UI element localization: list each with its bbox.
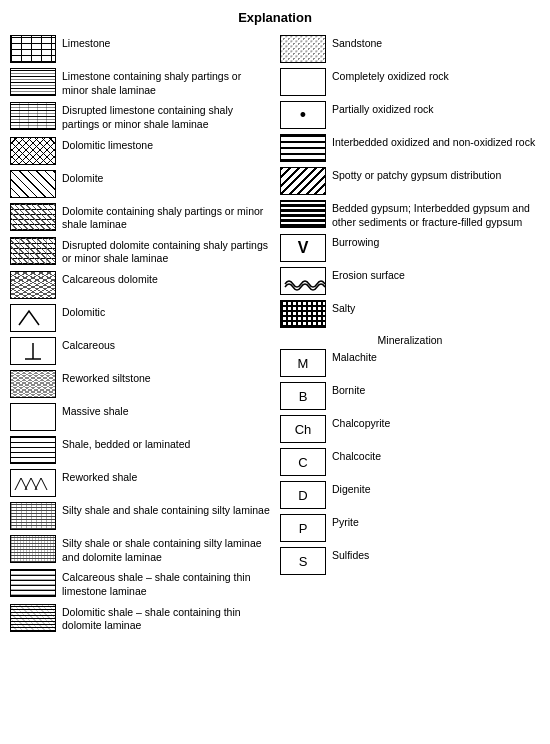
list-item: M Malachite bbox=[280, 349, 540, 377]
dolomite-shaly-label: Dolomite containing shaly partings or mi… bbox=[62, 203, 270, 232]
dot-icon: • bbox=[300, 106, 306, 124]
sulfides-symbol: S bbox=[280, 547, 326, 575]
reworked-siltstone-label: Reworked siltstone bbox=[62, 370, 270, 386]
shale-bedded-label: Shale, bedded or laminated bbox=[62, 436, 270, 452]
digenite-symbol: D bbox=[280, 481, 326, 509]
list-item: Dolomitic limestone bbox=[10, 137, 270, 165]
list-item: C Chalcocite bbox=[280, 448, 540, 476]
dolomite-symbol bbox=[10, 170, 56, 198]
reworked-shale-symbol bbox=[10, 469, 56, 497]
right-column: Sandstone Completely oxidized rock • Par… bbox=[280, 35, 540, 638]
malachite-label: Malachite bbox=[332, 349, 540, 365]
limestone-label: Limestone bbox=[62, 35, 270, 51]
burrowing-label: Burrowing bbox=[332, 234, 540, 250]
list-item: S Sulfides bbox=[280, 547, 540, 575]
dolomitic-limestone-symbol bbox=[10, 137, 56, 165]
mineralization-header: Mineralization bbox=[280, 334, 540, 346]
dolomitic-sym-symbol bbox=[10, 304, 56, 332]
V-icon: V bbox=[298, 239, 309, 257]
limestone-symbol bbox=[10, 35, 56, 63]
sandstone-label: Sandstone bbox=[332, 35, 540, 51]
gypsum-spotty-symbol bbox=[280, 167, 326, 195]
calcareous-dolomite-label: Calcareous dolomite bbox=[62, 271, 270, 287]
list-item: Dolomitic shale – shale containing thin … bbox=[10, 604, 270, 633]
left-column: Limestone Limestone containing shaly par… bbox=[10, 35, 270, 638]
list-item: Shale, bedded or laminated bbox=[10, 436, 270, 464]
silty-shale-symbol bbox=[10, 502, 56, 530]
list-item: Silty shale and shale containing silty l… bbox=[10, 502, 270, 530]
disrupted-dolomite-label: Disrupted dolomite containing shaly part… bbox=[62, 237, 270, 266]
burrowing-symbol: V bbox=[280, 234, 326, 262]
disrupted-dolomite-symbol bbox=[10, 237, 56, 265]
dolomitic-sym-label: Dolomitic bbox=[62, 304, 270, 320]
list-item: P Pyrite bbox=[280, 514, 540, 542]
list-item: • Partially oxidized rock bbox=[280, 101, 540, 129]
pyrite-symbol: P bbox=[280, 514, 326, 542]
angle-icon bbox=[11, 305, 55, 331]
interbedded-symbol bbox=[280, 134, 326, 162]
limestone-shaly-symbol bbox=[10, 68, 56, 96]
oxidized-partial-label: Partially oxidized rock bbox=[332, 101, 540, 117]
bedded-gypsum-label: Bedded gypsum; Interbedded gypsum and ot… bbox=[332, 200, 540, 229]
calcareous-sym-symbol bbox=[10, 337, 56, 365]
calcareous-shale-symbol bbox=[10, 569, 56, 597]
bornite-label: Bornite bbox=[332, 382, 540, 398]
sulfides-label: Sulfides bbox=[332, 547, 540, 563]
bedded-gypsum-symbol bbox=[280, 200, 326, 228]
interbedded-label: Interbedded oxidized and non-oxidized ro… bbox=[332, 134, 540, 150]
disrupted-limestone-label: Disrupted limestone containing shaly par… bbox=[62, 102, 270, 131]
chalcocite-symbol: C bbox=[280, 448, 326, 476]
dolomitic-shale-label: Dolomitic shale – shale containing thin … bbox=[62, 604, 270, 633]
reworked-siltstone-symbol bbox=[10, 370, 56, 398]
calcareous-dolomite-symbol bbox=[10, 271, 56, 299]
reworked-shale-label: Reworked shale bbox=[62, 469, 270, 485]
erosion-symbol bbox=[280, 267, 326, 295]
erosion-label: Erosion surface bbox=[332, 267, 540, 283]
oxidized-partial-symbol: • bbox=[280, 101, 326, 129]
list-item: V Burrowing bbox=[280, 234, 540, 262]
list-item: D Digenite bbox=[280, 481, 540, 509]
list-item: Dolomitic bbox=[10, 304, 270, 332]
digenite-label: Digenite bbox=[332, 481, 540, 497]
list-item: B Bornite bbox=[280, 382, 540, 410]
salty-label: Salty bbox=[332, 300, 540, 316]
list-item: Spotty or patchy gypsum distribution bbox=[280, 167, 540, 195]
bornite-symbol: B bbox=[280, 382, 326, 410]
oxidized-complete-label: Completely oxidized rock bbox=[332, 68, 540, 84]
list-item: Interbedded oxidized and non-oxidized ro… bbox=[280, 134, 540, 162]
massive-shale-label: Massive shale bbox=[62, 403, 270, 419]
oxidized-complete-symbol bbox=[280, 68, 326, 96]
malachite-symbol: M bbox=[280, 349, 326, 377]
chalcopyrite-symbol: Ch bbox=[280, 415, 326, 443]
gypsum-spotty-label: Spotty or patchy gypsum distribution bbox=[332, 167, 540, 183]
list-item: Limestone bbox=[10, 35, 270, 63]
list-item: Disrupted dolomite containing shaly part… bbox=[10, 237, 270, 266]
list-item: Dolomite bbox=[10, 170, 270, 198]
list-item: Calcareous dolomite bbox=[10, 271, 270, 299]
list-item: Massive shale bbox=[10, 403, 270, 431]
silty-shale-label: Silty shale and shale containing silty l… bbox=[62, 502, 270, 518]
massive-shale-symbol bbox=[10, 403, 56, 431]
list-item: Sandstone bbox=[280, 35, 540, 63]
chalcopyrite-label: Chalcopyrite bbox=[332, 415, 540, 431]
silty-shale2-symbol bbox=[10, 535, 56, 563]
wave-icon bbox=[281, 268, 325, 294]
list-item: Limestone containing shaly partings or m… bbox=[10, 68, 270, 97]
title: Explanation bbox=[10, 10, 540, 25]
dolomitic-limestone-label: Dolomitic limestone bbox=[62, 137, 270, 153]
list-item: Salty bbox=[280, 300, 540, 328]
dolomite-shaly-symbol bbox=[10, 203, 56, 231]
calcareous-sym-label: Calcareous bbox=[62, 337, 270, 353]
pyrite-label: Pyrite bbox=[332, 514, 540, 530]
shale-bedded-symbol bbox=[10, 436, 56, 464]
list-item: Calcareous bbox=[10, 337, 270, 365]
list-item: Calcareous shale – shale containing thin… bbox=[10, 569, 270, 598]
chalcocite-label: Chalcocite bbox=[332, 448, 540, 464]
list-item: Erosion surface bbox=[280, 267, 540, 295]
calcareous-shale-label: Calcareous shale – shale containing thin… bbox=[62, 569, 270, 598]
list-item: Reworked shale bbox=[10, 469, 270, 497]
list-item: Bedded gypsum; Interbedded gypsum and ot… bbox=[280, 200, 540, 229]
disrupted-limestone-symbol bbox=[10, 102, 56, 130]
list-item: Reworked siltstone bbox=[10, 370, 270, 398]
dolomitic-shale-symbol bbox=[10, 604, 56, 632]
